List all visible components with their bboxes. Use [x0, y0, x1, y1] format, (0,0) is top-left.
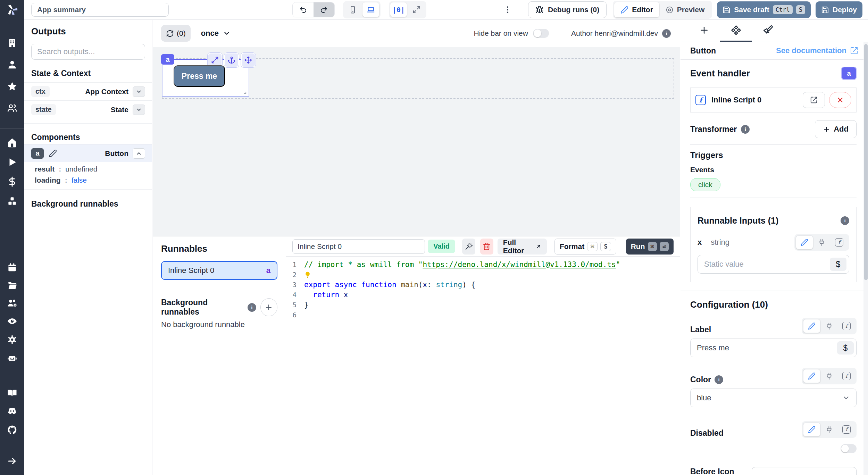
static-value-input[interactable]: [698, 255, 849, 274]
static-mode-button[interactable]: [803, 369, 820, 383]
info-icon[interactable]: i: [715, 375, 723, 384]
plug-icon: [818, 239, 826, 246]
anchor-icon: [228, 56, 235, 64]
prop-key: loading: [35, 176, 61, 184]
tab-insert-component[interactable]: [688, 20, 720, 42]
ai-robot-icon[interactable]: [0, 353, 24, 364]
output-row-state[interactable]: state State: [24, 100, 152, 118]
fullscreen-button[interactable]: [408, 2, 425, 17]
info-icon[interactable]: i: [248, 303, 256, 312]
more-menu-button[interactable]: [501, 5, 514, 14]
script-name-input[interactable]: [292, 239, 425, 254]
full-editor-label: Full Editor: [503, 238, 532, 255]
full-editor-button[interactable]: Full Editor: [498, 239, 547, 255]
variables-dollar-icon[interactable]: [0, 176, 24, 187]
quickfix-lightbulb-icon[interactable]: [304, 271, 311, 278]
component-collapse-button[interactable]: [133, 148, 145, 159]
undo-button[interactable]: [293, 2, 314, 17]
disabled-field-title: Disabled: [690, 428, 724, 438]
app-canvas[interactable]: a Press me: [153, 47, 680, 236]
component-row-a[interactable]: a Button: [24, 144, 152, 162]
workspace-icon[interactable]: [0, 38, 24, 48]
add-background-runnable-button[interactable]: [260, 298, 277, 316]
author-info-icon[interactable]: i: [662, 29, 671, 38]
github-icon[interactable]: [0, 425, 24, 435]
center-canvas-button[interactable]: |0|: [390, 2, 407, 17]
favorites-star-icon[interactable]: [0, 81, 24, 92]
color-field-header: Color i f: [690, 368, 857, 384]
schedules-calendar-icon[interactable]: [0, 262, 24, 273]
static-mode-button[interactable]: [796, 235, 813, 249]
static-mode-button[interactable]: [803, 319, 820, 333]
hide-bar-toggle[interactable]: [533, 29, 549, 38]
anchor-component-button[interactable]: [224, 53, 239, 67]
bug-icon: [535, 6, 544, 14]
app-summary-input[interactable]: [31, 3, 169, 17]
search-outputs-input[interactable]: [31, 44, 145, 60]
state-expand-button[interactable]: [133, 105, 145, 115]
resize-handle[interactable]: [241, 89, 247, 95]
selected-component[interactable]: a Press me: [162, 59, 249, 97]
open-script-button[interactable]: [803, 92, 825, 108]
canvas-toolbar: (0) once Hide bar on view Author henri@w…: [153, 20, 680, 47]
audit-eye-icon[interactable]: [0, 316, 24, 326]
delete-script-button[interactable]: [480, 239, 493, 255]
editor-header: Valid Full Editor Format ⌘ S: [286, 236, 680, 257]
redo-button[interactable]: [314, 2, 334, 17]
scrollbar-thumb[interactable]: [864, 44, 868, 280]
disabled-toggle[interactable]: [841, 444, 857, 453]
code-editor[interactable]: 1 // import * as wmill from "https://den…: [286, 257, 680, 475]
discord-icon[interactable]: [0, 406, 24, 416]
label-value-input[interactable]: [690, 339, 857, 357]
rename-pencil-icon[interactable]: [49, 149, 57, 158]
schedule-select[interactable]: once: [201, 29, 231, 38]
component-type-title: Button: [690, 46, 716, 56]
tab-component-settings[interactable]: [720, 20, 752, 42]
deploy-save-icon: [821, 6, 829, 14]
info-icon[interactable]: i: [741, 125, 750, 134]
output-row-ctx[interactable]: ctx App Context: [24, 82, 152, 100]
ctx-expand-button[interactable]: [133, 86, 145, 97]
deploy-button[interactable]: Deploy: [816, 1, 862, 18]
workers-users-gear-icon[interactable]: [0, 298, 24, 308]
color-select[interactable]: blue: [690, 389, 857, 407]
move-component-button[interactable]: [241, 53, 256, 67]
connect-mode-button[interactable]: [813, 235, 831, 249]
run-button[interactable]: Run ⌘ ⏎: [626, 239, 674, 255]
prop-value: undefined: [65, 165, 97, 173]
mobile-view-button[interactable]: [344, 2, 361, 17]
right-panel-scrollbar[interactable]: [863, 42, 868, 475]
runs-play-icon[interactable]: [0, 157, 24, 167]
format-button[interactable]: Format ⌘ S: [554, 239, 616, 255]
docs-book-icon[interactable]: [0, 388, 24, 398]
ai-assist-button[interactable]: [462, 239, 475, 255]
save-draft-button[interactable]: Save draft Ctrl S: [717, 1, 811, 18]
device-toggle-group: [343, 1, 381, 18]
redo-icon: [320, 6, 328, 14]
home-icon[interactable]: [0, 138, 24, 148]
background-runnables-title: Background runnables: [31, 199, 145, 209]
windmill-app-editor: |0| Debug runs (0) Editor Preview: [0, 0, 868, 475]
tab-editor[interactable]: Editor: [614, 2, 659, 17]
groups-icon[interactable]: [0, 103, 24, 113]
folders-icon[interactable]: [0, 281, 24, 291]
before-icon-title: Before Icon: [690, 467, 734, 475]
tab-styling[interactable]: [752, 20, 784, 42]
see-documentation-link[interactable]: See documentation: [776, 46, 858, 55]
press-me-button[interactable]: Press me: [174, 65, 225, 87]
event-handler-script-row[interactable]: f Inline Script 0: [690, 88, 857, 112]
chevron-up-icon: [136, 150, 142, 157]
runnable-item-inline-script-0[interactable]: Inline Script 0 a: [161, 261, 277, 280]
divider: [690, 198, 857, 198]
windmill-logo[interactable]: [0, 3, 24, 17]
collapse-arrow-icon[interactable]: [0, 456, 24, 466]
user-icon[interactable]: [0, 59, 24, 70]
settings-gear-icon[interactable]: [0, 334, 24, 345]
refresh-runnables-button[interactable]: (0): [161, 25, 191, 42]
desktop-view-button[interactable]: [362, 2, 379, 17]
resources-boxes-icon[interactable]: [0, 196, 24, 207]
static-mode-button[interactable]: [803, 423, 820, 436]
debug-runs-button[interactable]: Debug runs (0): [528, 1, 607, 18]
undo-icon: [299, 6, 307, 14]
tab-preview[interactable]: Preview: [659, 2, 711, 17]
